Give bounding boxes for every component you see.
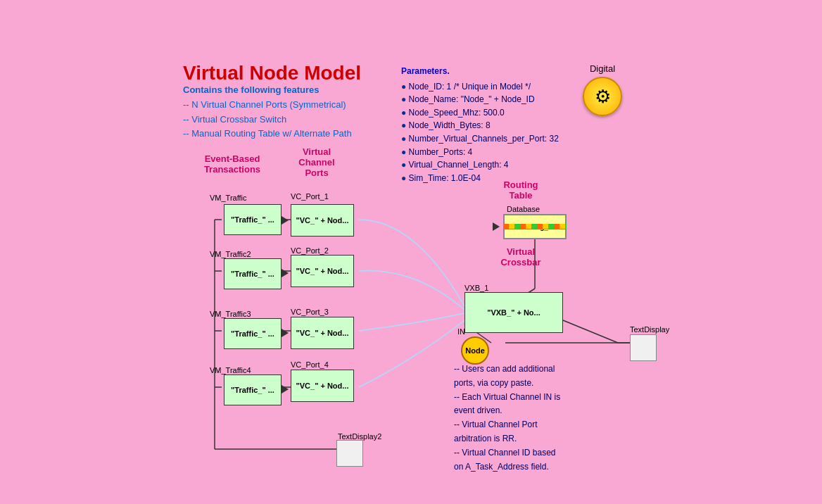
feature-item-2: -- Virtual Crossbar Switch <box>183 113 352 127</box>
vc-port-2-label: VC_Port_2 <box>291 246 329 255</box>
feature-item-1: -- N Virtual Channel Ports (Symmetrical) <box>183 98 352 113</box>
vm-traffic-4-block[interactable]: "Traffic_" ... <box>224 374 282 405</box>
vc-port-1-block[interactable]: "VC_" + Nod... <box>291 204 354 237</box>
vc-port-4-block[interactable]: "VC_" + Nod... <box>291 370 354 402</box>
textdisplay-1-label: TextDisplay <box>630 325 669 334</box>
vc-port-4-label: VC_Port_4 <box>291 360 329 369</box>
vm-traffic-3-block[interactable]: "Traffic_" ... <box>224 318 282 349</box>
svg-line-7 <box>563 320 618 343</box>
vm-traffic-1-arrow <box>282 216 289 225</box>
vm-traffic-3-label: VM_Traffic3 <box>210 310 251 318</box>
param-5: ● Number_Ports: 4 <box>401 146 559 159</box>
vc-port-3-block[interactable]: "VC_" + Nod... <box>291 317 354 349</box>
vxb-block[interactable]: "VXB_" + No... <box>464 292 563 333</box>
note-7: on A_Task_Address field. <box>454 460 560 474</box>
textdisplay-1-box[interactable] <box>630 334 657 361</box>
vm-traffic-1-label: VM_Traffic <box>210 194 247 202</box>
vm-traffic-4-arrow <box>282 385 289 393</box>
params-title: Parameters. <box>401 65 559 78</box>
page-title: Virtual Node Model <box>183 62 361 84</box>
note-2: -- Each Virtual Channel IN is <box>454 391 560 405</box>
note-5: arbitration is RR. <box>454 432 560 446</box>
vm-traffic-1-block[interactable]: "Traffic_" ... <box>224 204 282 235</box>
gear-icon: ⚙ <box>583 77 622 116</box>
params-section: Parameters. ● Node_ID: 1 /* Unique in Mo… <box>401 65 559 184</box>
note-1: ports, via copy paste. <box>454 377 560 391</box>
in-label: IN <box>457 327 465 336</box>
event-based-label: Event-BasedTransactions <box>190 153 274 175</box>
param-4: ● Number_Virtual_Channels_per_Port: 32 <box>401 132 559 146</box>
digital-icon-section: Digital ⚙ <box>583 63 622 116</box>
vm-traffic-2-label: VM_Traffic2 <box>210 250 251 258</box>
param-2: ● Node_Speed_Mhz: 500.0 <box>401 106 559 120</box>
vm-traffic-3-arrow <box>282 329 289 337</box>
note-3: event driven. <box>454 404 560 418</box>
vm-traffic-4-label: VM_Traffic4 <box>210 366 251 374</box>
database-label: Database <box>507 205 540 213</box>
digital-label: Digital <box>583 63 622 74</box>
routing-table-label: RoutingTable <box>486 179 556 201</box>
feature-item-3: -- Manual Routing Table w/ Alternate Pat… <box>183 127 352 141</box>
notes-section: -- Users can add additional ports, via c… <box>454 363 560 474</box>
vxb-label: VXB_1 <box>464 284 488 292</box>
vc-port-1-label: VC_Port_1 <box>291 192 329 201</box>
note-6: -- Virtual Channel ID based <box>454 446 560 460</box>
features-header: Contains the following features <box>183 83 352 98</box>
vc-port-3-label: VC_Port_3 <box>291 308 329 316</box>
note-4: -- Virtual Channel Port <box>454 418 560 432</box>
param-3: ● Node_Width_Bytes: 8 <box>401 119 559 132</box>
param-6: ● Virtual_Channel_Length: 4 <box>401 158 559 172</box>
note-0: -- Users can add additional <box>454 363 560 377</box>
routing-in-arrow <box>493 222 500 231</box>
virtual-crossbar-label: VirtualCrossbar <box>486 246 556 267</box>
vc-port-2-block[interactable]: "VC_" + Nod... <box>291 255 354 287</box>
vm-traffic-2-block[interactable]: "Traffic_" ... <box>224 258 282 289</box>
param-0: ● Node_ID: 1 /* Unique in Model */ <box>401 80 559 94</box>
node-circle[interactable]: Node <box>461 336 489 365</box>
features-section: Contains the following features -- N Vir… <box>183 83 352 141</box>
vm-traffic-2-arrow <box>282 269 289 277</box>
textdisplay-2-box[interactable] <box>336 440 363 467</box>
virtual-channel-label: VirtualChannelPorts <box>282 146 352 178</box>
param-1: ● Node_Name: "Node_" + Node_ID <box>401 93 559 106</box>
